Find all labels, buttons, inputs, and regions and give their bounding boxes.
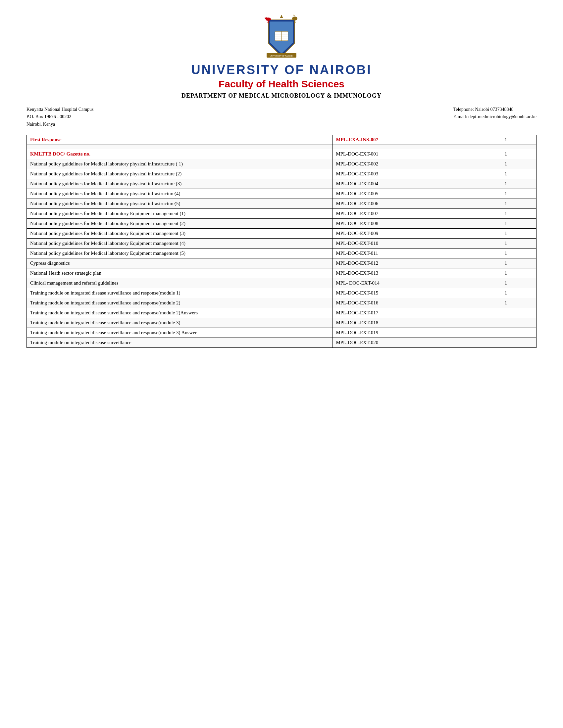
row-code: MPL-DOC-EXT-010 — [333, 239, 475, 249]
table-row: Cypress diagnosticsMPL-DOC-EXT-0121 — [27, 258, 537, 268]
svg-point-5 — [265, 18, 271, 21]
svg-text:UNIVERSITY OF NAIROBI: UNIVERSITY OF NAIROBI — [269, 55, 293, 57]
row-qty: 1 — [475, 179, 537, 189]
svg-marker-14 — [280, 15, 283, 18]
row-code — [333, 145, 475, 149]
row-description: First Response — [27, 135, 333, 145]
row-qty: 1 — [475, 149, 537, 159]
row-code: MPL-DOC-EXT-017 — [333, 308, 475, 318]
row-description: National policy guidelines for Medical l… — [27, 219, 333, 229]
row-description: National Heath sector strategic plan — [27, 268, 333, 278]
row-code: MPL-DOC-EXT-006 — [333, 199, 475, 209]
row-description: National policy guidelines for Medical l… — [27, 189, 333, 199]
row-code: MPL-DOC-EXT-003 — [333, 169, 475, 179]
row-description: Clinical management and referral guideli… — [27, 278, 333, 288]
table-row: KMLTTB DOC/ Gazette no.MPL-DOC-EXT-0011 — [27, 149, 537, 159]
svg-line-13 — [294, 15, 295, 16]
table-row: Clinical management and referral guideli… — [27, 278, 537, 288]
row-qty: 1 — [475, 169, 537, 179]
row-description: National policy guidelines for Medical l… — [27, 209, 333, 219]
row-qty: 1 — [475, 268, 537, 278]
table-row: National policy guidelines for Medical l… — [27, 219, 537, 229]
row-code: MPL-DOC-EXT-005 — [333, 189, 475, 199]
table-row: National policy guidelines for Medical l… — [27, 179, 537, 189]
row-description: Cypress diagnostics — [27, 258, 333, 268]
crest-container: UNIVERSITY OF NAIROBI — [26, 13, 537, 60]
row-code: MPL-DOC-EXT-001 — [333, 149, 475, 159]
row-qty — [475, 145, 537, 149]
row-code: MPL-DOC-EXT-015 — [333, 288, 475, 298]
row-code: MPL-DOC-EXT-007 — [333, 209, 475, 219]
row-qty: 1 — [475, 258, 537, 268]
row-description: Training module on integrated disease su… — [27, 318, 333, 328]
university-crest: UNIVERSITY OF NAIROBI — [261, 13, 302, 60]
table-row: National policy guidelines for Medical l… — [27, 209, 537, 219]
row-qty: 1 — [475, 298, 537, 308]
row-code: MPL-DOC-EXT-020 — [333, 338, 475, 348]
contact-left: Kenyatta National Hospital Campus P.O. B… — [26, 106, 94, 128]
row-qty: 1 — [475, 135, 537, 145]
table-row: National policy guidelines for Medical l… — [27, 249, 537, 258]
row-description: National policy guidelines for Medical l… — [27, 239, 333, 249]
row-description: National policy guidelines for Medical l… — [27, 159, 333, 169]
row-qty: 1 — [475, 219, 537, 229]
table-row: Training module on integrated disease su… — [27, 338, 537, 348]
contact-phone: Telephone: Nairobi 0737348848 — [453, 106, 537, 113]
row-description: KMLTTB DOC/ Gazette no. — [27, 149, 333, 159]
university-title: UNIVERSITY OF NAIROBI — [26, 63, 537, 77]
table-row: National policy guidelines for Medical l… — [27, 229, 537, 239]
department-title: DEPARTMENT OF MEDICAL MICROBIOLOGY & IMM… — [26, 92, 537, 99]
row-code: MPL-EXA-INS-007 — [333, 135, 475, 145]
row-qty: 1 — [475, 229, 537, 239]
row-qty: 1 — [475, 278, 537, 288]
row-code: MPL-DOC-EXT-002 — [333, 159, 475, 169]
row-description: Training module on integrated disease su… — [27, 328, 333, 338]
row-description: Training module on integrated disease su… — [27, 308, 333, 318]
row-qty: 1 — [475, 209, 537, 219]
table-row: Training module on integrated disease su… — [27, 308, 537, 318]
row-code: MPL-DOC-EXT-004 — [333, 179, 475, 189]
row-description: National policy guidelines for Medical l… — [27, 199, 333, 209]
faculty-title: Faculty of Health Sciences — [26, 78, 537, 90]
row-qty — [475, 318, 537, 328]
row-qty — [475, 328, 537, 338]
row-qty: 1 — [475, 189, 537, 199]
table-row: National policy guidelines for Medical l… — [27, 189, 537, 199]
row-description: Training module on integrated disease su… — [27, 298, 333, 308]
row-description — [27, 145, 333, 149]
row-code: MPL-DOC-EXT-019 — [333, 328, 475, 338]
row-qty: 1 — [475, 249, 537, 258]
row-code: MPL-DOC-EXT-018 — [333, 318, 475, 328]
contact-address-line3: Nairobi, Kenya — [26, 121, 94, 128]
contact-right: Telephone: Nairobi 0737348848 E-mail: de… — [453, 106, 537, 128]
svg-line-12 — [293, 15, 294, 16]
svg-point-9 — [292, 17, 298, 21]
row-qty: 1 — [475, 199, 537, 209]
contact-email: E-mail: dept-medmicrobiology@uonbi.ac.ke — [453, 113, 537, 120]
table-row: First ResponseMPL-EXA-INS-0071 — [27, 135, 537, 145]
row-description: Training module on integrated disease su… — [27, 338, 333, 348]
row-qty — [475, 338, 537, 348]
table-row: Training module on integrated disease su… — [27, 298, 537, 308]
row-qty: 1 — [475, 239, 537, 249]
row-qty: 1 — [475, 288, 537, 298]
table-row: National policy guidelines for Medical l… — [27, 239, 537, 249]
row-code: MPL-DOC-EXT-009 — [333, 229, 475, 239]
row-code: MPL-DOC-EXT-008 — [333, 219, 475, 229]
row-code: MPL-DOC-EXT-016 — [333, 298, 475, 308]
row-description: National policy guidelines for Medical l… — [27, 179, 333, 189]
row-code: MPL-DOC-EXT-011 — [333, 249, 475, 258]
page-header: UNIVERSITY OF NAIROBI UNIVERSITY OF NAIR… — [26, 13, 537, 99]
row-description: Training module on integrated disease su… — [27, 288, 333, 298]
table-row: National policy guidelines for Medical l… — [27, 169, 537, 179]
row-code: MPL- DOC-EXT-014 — [333, 278, 475, 288]
table-row: Training module on integrated disease su… — [27, 328, 537, 338]
row-code: MPL-DOC-EXT-013 — [333, 268, 475, 278]
row-code: MPL-DOC-EXT-012 — [333, 258, 475, 268]
table-row: National policy guidelines for Medical l… — [27, 199, 537, 209]
table-row: National Heath sector strategic planMPL-… — [27, 268, 537, 278]
row-description: National policy guidelines for Medical l… — [27, 249, 333, 258]
row-qty: 1 — [475, 159, 537, 169]
contact-address-line2: P.O. Box 19676 - 00202 — [26, 113, 94, 120]
table-row: Training module on integrated disease su… — [27, 288, 537, 298]
